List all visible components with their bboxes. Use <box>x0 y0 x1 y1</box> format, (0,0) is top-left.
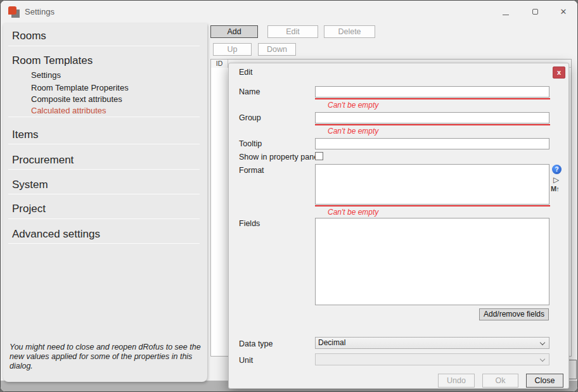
edit-button[interactable]: Edit <box>267 25 318 38</box>
up-button[interactable]: Up <box>213 43 252 56</box>
table-header-id[interactable]: ID <box>211 60 228 68</box>
sidebar-item-calculated-attributes[interactable]: Calculated attributes <box>31 106 106 115</box>
sidebar-item-rooms[interactable]: Rooms <box>12 30 46 42</box>
data-type-value: Decimal <box>318 338 345 347</box>
divider <box>8 194 200 194</box>
group-error-underline <box>315 124 550 125</box>
fields-label: Fields <box>239 219 260 228</box>
format-label: Format <box>239 166 264 175</box>
run-format-icon[interactable]: ▷ <box>553 175 559 184</box>
group-field[interactable] <box>315 112 549 123</box>
delete-button[interactable]: Delete <box>324 25 375 38</box>
multiline-expand-icon[interactable]: M↑ <box>551 185 559 193</box>
unit-label: Unit <box>239 356 253 365</box>
app-icon-red-square <box>8 6 16 15</box>
divider <box>8 169 200 170</box>
maximize-button[interactable] <box>526 6 544 18</box>
settings-window: Settings ✕ Rooms Room Templates Settings… <box>0 0 578 392</box>
data-type-label: Data type <box>239 339 273 348</box>
divider <box>8 243 200 244</box>
restart-note: You might need to close and reopen dRofu… <box>10 343 201 371</box>
ok-button[interactable]: Ok <box>482 374 518 388</box>
title-bar[interactable]: Settings ✕ <box>1 1 577 23</box>
sidebar-item-advanced-settings[interactable]: Advanced settings <box>12 228 100 241</box>
name-field[interactable] <box>315 86 549 98</box>
sidebar-item-project[interactable]: Project <box>12 203 46 215</box>
help-icon[interactable]: ? <box>552 165 562 174</box>
group-label: Group <box>239 113 261 122</box>
chevron-down-icon <box>540 357 545 362</box>
format-field[interactable] <box>315 164 549 205</box>
sidebar-item-room-templates[interactable]: Room Templates <box>12 54 93 67</box>
tooltip-field[interactable] <box>315 138 549 149</box>
settings-sidebar: Rooms Room Templates Settings Room Templ… <box>3 23 207 382</box>
show-in-property-pane-checkbox[interactable] <box>315 152 323 160</box>
data-type-select[interactable]: Decimal <box>315 337 549 349</box>
format-error-text: Can't be empty <box>328 208 378 217</box>
dialog-title: Edit <box>239 68 253 77</box>
dialog-close-footer-button[interactable]: Close <box>526 374 563 388</box>
undo-button[interactable]: Undo <box>438 374 475 388</box>
format-error-underline <box>315 205 550 206</box>
show-in-property-pane-label: Show in property pane <box>239 153 318 161</box>
dialog-close-button[interactable]: x <box>553 66 565 79</box>
add-remove-fields-button[interactable]: Add/remove fields <box>479 308 549 320</box>
divider <box>8 144 200 144</box>
down-button[interactable]: Down <box>258 43 296 56</box>
name-error-text: Can't be empty <box>328 101 378 110</box>
chevron-down-icon <box>540 340 545 345</box>
add-button[interactable]: Add <box>210 25 258 38</box>
minimize-button[interactable] <box>497 6 515 18</box>
minimize-icon <box>503 15 509 15</box>
group-error-text: Can't be empty <box>328 127 378 136</box>
sidebar-item-composite-text-attributes[interactable]: Composite text attributes <box>31 94 122 104</box>
sidebar-item-room-template-properties[interactable]: Room Template Properites <box>31 83 129 92</box>
edit-dialog: Edit x Name Can't be empty Group Can't b… <box>228 63 569 389</box>
sidebar-item-system[interactable]: System <box>12 179 48 191</box>
sidebar-item-items[interactable]: Items <box>12 129 39 141</box>
sidebar-item-room-templates-settings[interactable]: Settings <box>31 70 61 80</box>
name-error-underline <box>315 98 550 99</box>
drofus-app-icon <box>8 6 20 18</box>
divider <box>8 46 200 46</box>
unit-select[interactable] <box>315 353 549 365</box>
window-title: Settings <box>25 7 55 16</box>
divider <box>8 117 200 117</box>
maximize-icon <box>532 9 538 15</box>
tooltip-label: Tooltip <box>239 139 262 148</box>
name-label: Name <box>239 87 260 96</box>
sidebar-item-procurement[interactable]: Procurement <box>12 154 74 167</box>
close-window-button[interactable]: ✕ <box>555 6 572 18</box>
fields-listbox[interactable] <box>315 218 549 305</box>
divider <box>8 218 200 219</box>
